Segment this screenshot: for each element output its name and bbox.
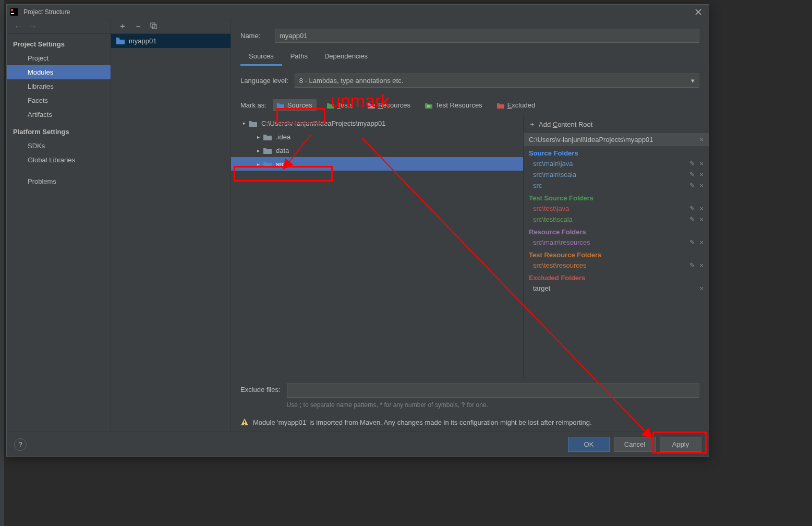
content-tree[interactable]: ▾ C:\Users\v-lanjunli\IdeaProjects\myapp… <box>231 115 523 378</box>
language-level-label: Language level: <box>240 77 288 85</box>
dialog-footer: ? OK Cancel Apply <box>7 432 709 457</box>
mark-as-label: Mark as: <box>240 101 266 109</box>
module-editor: Name: Sources Paths Dependencies Languag… <box>231 19 709 432</box>
add-module-icon[interactable]: ＋ <box>118 21 127 32</box>
name-label: Name: <box>240 32 266 40</box>
tab-paths[interactable]: Paths <box>282 48 316 66</box>
remove-icon[interactable]: × <box>699 216 704 223</box>
expand-icon[interactable]: ▾ <box>240 121 247 126</box>
sources-folder-icon <box>263 161 272 168</box>
svg-rect-5 <box>116 38 119 39</box>
module-list-panel: ＋ － myapp01 <box>111 19 231 432</box>
module-item-label: myapp01 <box>129 37 156 45</box>
exclude-files-hint: Use ; to separate name patterns, * for a… <box>287 401 699 410</box>
window-title: Project Structure <box>23 8 691 16</box>
sources-folder-icon <box>277 102 284 109</box>
close-icon[interactable] <box>691 5 706 19</box>
remove-icon[interactable]: × <box>699 182 704 189</box>
nav-forward-icon[interactable]: → <box>29 22 37 31</box>
titlebar: Project Structure <box>7 5 709 19</box>
project-structure-dialog: Project Structure ← → Project Settings P… <box>6 4 709 457</box>
src-test-java[interactable]: src\test\java <box>533 205 569 212</box>
test-resource-folders-heading: Test Resource Folders <box>524 248 709 260</box>
folder-icon <box>249 120 257 127</box>
edit-icon[interactable]: ✎ <box>689 238 695 246</box>
edit-icon[interactable]: ✎ <box>689 216 695 223</box>
nav-back-icon[interactable]: ← <box>14 22 22 31</box>
svg-rect-1 <box>11 9 13 11</box>
folder-icon <box>263 147 272 154</box>
mark-sources-button[interactable]: Sources <box>273 99 317 111</box>
src-main-scala[interactable]: src\main\scala <box>533 171 576 178</box>
sidebar-item-sdks[interactable]: SDKs <box>7 139 111 153</box>
sidebar-item-problems[interactable]: Problems <box>7 174 111 188</box>
cancel-button[interactable]: Cancel <box>614 437 656 452</box>
src-folder[interactable]: src <box>533 182 542 189</box>
help-button[interactable]: ? <box>14 438 27 451</box>
svg-rect-8 <box>244 421 245 423</box>
settings-sidebar: ← → Project Settings Project Modules Lib… <box>7 19 111 432</box>
annotation-unmark-text: unmark <box>331 91 390 111</box>
edit-icon[interactable]: ✎ <box>689 160 695 168</box>
remove-icon[interactable]: × <box>699 160 704 168</box>
edit-icon[interactable]: ✎ <box>689 205 695 212</box>
warning-text: Module 'myapp01' is imported from Maven.… <box>253 419 592 426</box>
exclude-files-label: Exclude files: <box>240 384 281 393</box>
ok-button[interactable]: OK <box>568 437 610 452</box>
mark-test-resources-button[interactable]: Test Resources <box>421 99 487 111</box>
module-folder-icon <box>116 38 125 44</box>
sidebar-item-facets[interactable]: Facets <box>7 93 111 107</box>
platform-settings-heading: Platform Settings <box>7 122 111 139</box>
src-test-scala[interactable]: src\test\scala <box>533 216 573 223</box>
remove-content-root-icon[interactable]: × <box>699 136 704 144</box>
sidebar-item-global-libraries[interactable]: Global Libraries <box>7 153 111 167</box>
project-settings-heading: Project Settings <box>7 34 111 51</box>
nav-arrows: ← → <box>7 19 111 34</box>
language-level-select[interactable]: 8 - Lambdas, type annotations etc. ▾ <box>295 74 699 88</box>
module-name-input[interactable] <box>275 29 699 43</box>
edit-icon[interactable]: ✎ <box>689 261 695 269</box>
edit-icon[interactable]: ✎ <box>689 182 695 189</box>
src-main-resources[interactable]: src\main\resources <box>533 238 590 246</box>
expand-icon[interactable]: ▸ <box>255 134 261 140</box>
expand-icon[interactable]: ▸ <box>255 148 261 153</box>
remove-module-icon[interactable]: － <box>134 21 142 32</box>
sidebar-item-project[interactable]: Project <box>7 51 111 65</box>
remove-icon[interactable]: × <box>699 261 704 269</box>
folder-icon <box>263 134 272 140</box>
apply-button[interactable]: Apply <box>660 437 701 452</box>
add-content-root-button[interactable]: ＋ Add Content Root <box>524 115 709 133</box>
source-folders-heading: Source Folders <box>524 146 709 158</box>
tree-src[interactable]: ▸ src <box>231 157 523 171</box>
select-chevron-icon: ▾ <box>691 77 695 85</box>
remove-icon[interactable]: × <box>699 171 704 178</box>
warning-icon <box>240 418 249 426</box>
tree-idea[interactable]: ▸ .idea <box>231 130 523 144</box>
content-roots-panel: ＋ Add Content Root C:\Users\v-lanjunli\I… <box>523 115 709 378</box>
module-item-myapp01[interactable]: myapp01 <box>111 34 231 48</box>
remove-icon[interactable]: × <box>699 284 704 292</box>
sidebar-item-modules[interactable]: Modules <box>7 65 111 79</box>
sidebar-item-libraries[interactable]: Libraries <box>7 79 111 93</box>
sidebar-item-artifacts[interactable]: Artifacts <box>7 107 111 122</box>
src-main-java[interactable]: src\main\java <box>533 160 573 168</box>
copy-module-icon[interactable] <box>150 22 157 31</box>
target-folder[interactable]: target <box>533 284 550 292</box>
mark-excluded-button[interactable]: Excluded <box>493 99 539 111</box>
tree-root[interactable]: ▾ C:\Users\v-lanjunli\IdeaProjects\myapp… <box>231 116 523 130</box>
remove-icon[interactable]: × <box>699 238 704 246</box>
plus-icon: ＋ <box>529 119 536 129</box>
tab-sources[interactable]: Sources <box>240 48 282 66</box>
excluded-folders-heading: Excluded Folders <box>524 271 709 283</box>
edit-icon[interactable]: ✎ <box>689 171 695 178</box>
test-source-folders-heading: Test Source Folders <box>524 191 709 203</box>
resource-folders-heading: Resource Folders <box>524 225 709 237</box>
tree-data[interactable]: ▸ data <box>231 144 523 157</box>
remove-icon[interactable]: × <box>699 205 704 212</box>
exclude-files-input[interactable] <box>287 384 699 398</box>
tab-dependencies[interactable]: Dependencies <box>316 48 376 66</box>
test-resources-folder-icon <box>425 102 432 109</box>
expand-icon[interactable]: ▸ <box>255 161 261 167</box>
src-test-resources[interactable]: src\test\resources <box>533 261 587 269</box>
content-root-header: C:\Users\v-lanjunli\IdeaProjects\myapp01… <box>524 133 709 146</box>
